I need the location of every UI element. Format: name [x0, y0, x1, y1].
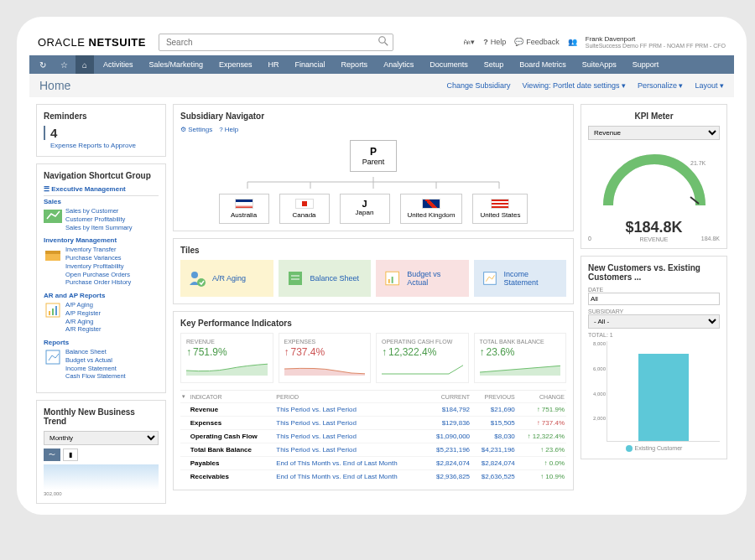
nav-link[interactable]: Purchase Order History: [65, 278, 131, 287]
nav-link[interactable]: Purchase Variances: [65, 254, 131, 262]
menu-board-metrics[interactable]: Board Metrics: [513, 55, 573, 74]
star-icon[interactable]: ☆: [55, 55, 73, 74]
menu-documents[interactable]: Documents: [423, 55, 475, 74]
search-input[interactable]: [159, 34, 393, 51]
change-subsidiary-link[interactable]: Change Subsidiary: [446, 81, 510, 90]
svg-rect-8: [55, 306, 57, 315]
subs-help[interactable]: ? Help: [219, 126, 238, 133]
menu-hr[interactable]: HR: [262, 55, 286, 74]
trend-btn[interactable]: 〜: [44, 449, 60, 461]
svg-point-0: [379, 37, 386, 44]
tile-budget-actual[interactable]: Budget vs Actual: [376, 260, 469, 297]
date-input[interactable]: [588, 293, 720, 305]
table-row[interactable]: PayablesEnd of This Month vs. End of Las…: [180, 457, 566, 470]
report-icon: [44, 301, 62, 319]
nav-link[interactable]: Open Purchase Orders: [65, 271, 131, 279]
trend-period-select[interactable]: Monthly: [44, 431, 159, 445]
personalize-dropdown[interactable]: Personalize ▾: [638, 81, 684, 90]
meter-select[interactable]: Revenue: [588, 126, 720, 140]
tile-income-statement[interactable]: Income Statement: [474, 260, 567, 297]
home-icon[interactable]: ⌂: [76, 55, 94, 74]
layout-dropdown[interactable]: Layout ▾: [695, 81, 724, 90]
nav-link[interactable]: Cash Flow Statement: [65, 372, 126, 381]
user-icon[interactable]: 👥: [568, 38, 577, 46]
menu-suiteapps[interactable]: SuiteApps: [575, 55, 623, 74]
table-row[interactable]: Total Bank BalanceThis Period vs. Last P…: [180, 443, 566, 457]
nav-inv-head: Inventory Management: [44, 236, 159, 244]
svg-rect-19: [289, 272, 302, 285]
trend-btn[interactable]: ▮: [63, 449, 78, 461]
search-box[interactable]: [159, 34, 393, 51]
subs-title: Subsidiary Navigator: [180, 111, 566, 121]
sub-select[interactable]: - All -: [588, 314, 720, 329]
subs-child[interactable]: Canada: [279, 194, 330, 224]
meter-title: KPI Meter: [588, 111, 720, 121]
reminders-panel: Reminders 4 Expense Reports to Approve: [36, 104, 166, 157]
nav-link[interactable]: A/P Aging: [65, 301, 102, 309]
kpi-title: Key Performance Indicators: [180, 319, 566, 328]
nav-sales-head: Sales: [44, 198, 159, 205]
table-row[interactable]: RevenueThis Period vs. Last Period$184,7…: [180, 403, 566, 417]
subs-child[interactable]: Australia: [219, 194, 269, 224]
tile-balance-sheet[interactable]: Balance Sheet: [279, 260, 372, 297]
nav-link[interactable]: Balance Sheet: [65, 348, 126, 356]
svg-line-1: [384, 43, 388, 46]
nav-link[interactable]: A/R Aging: [65, 318, 102, 326]
nav-ar-head: AR and AP Reports: [44, 292, 159, 299]
lang-icon[interactable]: 🗛▾: [463, 38, 475, 46]
subs-child[interactable]: JJapan: [340, 194, 390, 224]
table-row[interactable]: Operating Cash FlowThis Period vs. Last …: [180, 430, 566, 443]
new-customers-panel: New Customers vs. Existing Customers ...…: [581, 256, 727, 459]
user-menu[interactable]: Frank Davenport SuiteSuccess Demo FF PRM…: [586, 35, 726, 50]
table-row[interactable]: ReceivablesEnd of This Month vs. End of …: [180, 470, 566, 484]
menu-activities[interactable]: Activities: [96, 55, 140, 74]
date-label: DATE: [588, 287, 720, 293]
bar-existing: [638, 354, 689, 441]
customer-bar-chart: 8,000 6,000 4,000 2,000: [607, 341, 720, 442]
subs-parent-node[interactable]: PParent: [350, 140, 398, 172]
trend-panel: Monthly New Business Trend Monthly 〜 ▮ 3…: [36, 400, 166, 504]
reminder-link[interactable]: Expense Reports to Approve: [50, 142, 159, 149]
table-row[interactable]: ExpensesThis Period vs. Last Period$129,…: [180, 417, 566, 430]
svg-rect-23: [388, 279, 390, 283]
menu-sales-marketing[interactable]: Sales/Marketing: [143, 55, 211, 74]
recent-icon[interactable]: ↻: [34, 55, 52, 74]
menu-financial[interactable]: Financial: [289, 55, 332, 74]
menu-setup[interactable]: Setup: [477, 55, 511, 74]
nav-link[interactable]: Income Statement: [65, 365, 126, 373]
page-title: Home: [39, 79, 70, 92]
meter-value: $184.8K: [588, 219, 720, 236]
menu-reports[interactable]: Reports: [335, 55, 375, 74]
tile-ar-aging[interactable]: A/R Aging: [180, 260, 273, 297]
reminders-title: Reminders: [44, 111, 159, 121]
tiles-panel: Tiles A/R Aging Balance Sheet Budget vs …: [173, 238, 574, 304]
subs-child[interactable]: United Kingdom: [400, 194, 463, 224]
menu-expenses[interactable]: Expenses: [212, 55, 259, 74]
svg-point-17: [191, 272, 198, 278]
kpi-card-revenue: REVENUE751.9%: [180, 333, 273, 383]
nav-link[interactable]: Inventory Profitability: [65, 262, 131, 271]
viewing-dropdown[interactable]: Viewing: Portlet date settings ▾: [523, 81, 626, 90]
nav-link[interactable]: Sales by Item Summary: [65, 224, 133, 232]
doc-icon: [44, 348, 62, 366]
search-icon[interactable]: [378, 36, 388, 48]
nav-link[interactable]: Sales by Customer: [65, 207, 133, 215]
trend-chart: [44, 464, 159, 490]
tiles-title: Tiles: [180, 246, 566, 255]
nav-link[interactable]: Budget vs Actual: [65, 356, 126, 365]
subs-child[interactable]: United States: [472, 194, 528, 224]
nav-exec-head[interactable]: ☰ Executive Management: [44, 185, 159, 196]
subs-settings[interactable]: ⚙ Settings: [180, 126, 212, 133]
nav-link[interactable]: Customer Profitability: [65, 215, 133, 224]
nav-link[interactable]: Inventory Transfer: [65, 246, 131, 254]
nav-link[interactable]: A/P Register: [65, 309, 102, 318]
feedback-link[interactable]: 💬 Feedback: [514, 38, 560, 46]
svg-rect-6: [49, 311, 50, 315]
menu-analytics[interactable]: Analytics: [377, 55, 420, 74]
help-link[interactable]: ? Help: [483, 38, 506, 46]
kpi-card-expenses: EXPENSES737.4%: [279, 333, 372, 383]
kpi-meter-panel: KPI Meter Revenue 21.7K $184.8K REVENUE …: [581, 104, 727, 249]
chart-icon: [44, 207, 62, 226]
nav-link[interactable]: A/R Register: [65, 325, 102, 334]
menu-support[interactable]: Support: [626, 55, 666, 74]
